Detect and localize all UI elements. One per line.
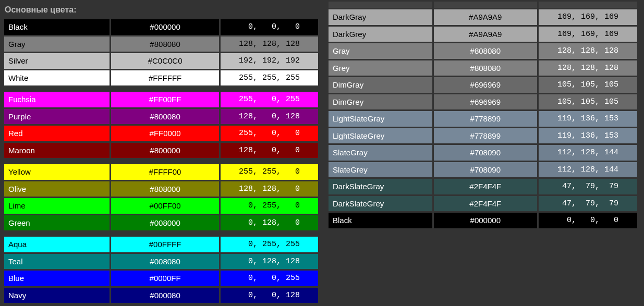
table-row: Fuchsia#FF00FF255, 0, 255	[4, 92, 318, 107]
color-rgb-cell: 0, 128, 0	[221, 215, 318, 231]
color-rgb-cell: 119, 136, 153	[539, 111, 637, 127]
color-rgb-cell: 169, 169, 169	[539, 9, 637, 25]
page-root: Основные цвета: Black#000000 0, 0, 0Gray…	[0, 0, 644, 306]
table-row: DarkGray#A9A9A9169, 169, 169	[329, 9, 637, 25]
color-hex-cell: #708090	[434, 145, 537, 161]
gray-colors-panel: DarkGray#A9A9A9169, 169, 169DarkGrey#A9A…	[327, 0, 639, 304]
color-hex-cell: #778899	[434, 111, 537, 127]
table-row: White#FFFFFF255, 255, 255	[4, 70, 318, 86]
color-rgb-cell: 255, 255, 0	[221, 164, 318, 180]
color-name-cell: Lime	[4, 198, 110, 214]
color-hex-cell: #0000FF	[111, 271, 219, 286]
color-name-cell: DimGray	[329, 77, 432, 93]
color-hex-cell: #A9A9A9	[434, 27, 537, 42]
color-rgb-cell: 128, 128, 128	[539, 43, 637, 59]
table-row: Black#000000 0, 0, 0	[4, 19, 318, 35]
color-hex-cell: #808080	[111, 36, 219, 52]
color-name-cell: DimGrey	[329, 94, 432, 110]
color-rgb-cell: 255, 0, 0	[221, 126, 318, 141]
color-hex-cell: #000000	[111, 19, 219, 35]
color-rgb-cell: 255, 0, 255	[221, 92, 318, 107]
color-rgb-cell: 0, 0, 128	[221, 288, 318, 303]
color-name-cell: LightSlateGray	[329, 111, 432, 127]
color-name-cell: DarkSlateGrey	[329, 196, 432, 212]
table-row: Olive#808000128, 128, 0	[4, 181, 318, 197]
color-hex-cell: #FFFF00	[111, 164, 219, 180]
gray-colors-table: DarkGray#A9A9A9169, 169, 169DarkGrey#A9A…	[327, 0, 639, 230]
color-hex-cell: #800080	[111, 109, 219, 125]
basic-colors-table: Black#000000 0, 0, 0Gray#808080128, 128,…	[3, 18, 320, 304]
color-hex-cell: #696969	[434, 77, 537, 93]
group-spacer	[4, 160, 318, 163]
color-name-cell: Blue	[4, 271, 110, 286]
color-rgb-cell: 0, 0, 0	[221, 19, 318, 35]
color-name-cell: Grey	[329, 60, 432, 76]
color-name-cell: Gray	[329, 43, 432, 59]
color-rgb-cell: 105, 105, 105	[539, 94, 637, 110]
color-hex-cell: #008080	[111, 254, 219, 270]
table-header-cell	[539, 2, 637, 8]
color-name-cell: Olive	[4, 181, 110, 197]
color-hex-cell: #708090	[434, 162, 537, 178]
color-rgb-cell: 128, 0, 0	[221, 143, 318, 158]
table-row: DarkSlateGrey#2F4F4F 47, 79, 79	[329, 196, 637, 212]
table-row: Navy#000080 0, 0, 128	[4, 288, 318, 303]
color-name-cell: SlateGray	[329, 145, 432, 161]
color-hex-cell: #C0C0C0	[111, 53, 219, 69]
table-header-cell	[329, 2, 432, 8]
table-row: DimGrey#696969105, 105, 105	[329, 94, 637, 110]
color-name-cell: Teal	[4, 254, 110, 270]
table-row: Aqua#00FFFF 0, 255, 255	[4, 237, 318, 252]
color-name-cell: Maroon	[4, 143, 110, 158]
table-row: Yellow#FFFF00255, 255, 0	[4, 164, 318, 180]
color-name-cell: Black	[4, 19, 110, 35]
color-hex-cell: #FF0000	[111, 126, 219, 141]
color-name-cell: DarkGrey	[329, 27, 432, 42]
color-rgb-cell: 112, 128, 144	[539, 145, 637, 161]
color-rgb-cell: 128, 128, 128	[221, 36, 318, 52]
color-rgb-cell: 0, 128, 128	[221, 254, 318, 270]
table-row: Black#000000 0, 0, 0	[329, 213, 637, 228]
table-row: Maroon#800000128, 0, 0	[4, 143, 318, 158]
table-row: Teal#008080 0, 128, 128	[4, 254, 318, 270]
color-rgb-cell: 255, 255, 255	[221, 70, 318, 86]
table-row: Blue#0000FF 0, 0, 255	[4, 271, 318, 286]
color-hex-cell: #000080	[111, 288, 219, 303]
table-row: DarkGrey#A9A9A9169, 169, 169	[329, 27, 637, 42]
color-name-cell: Black	[329, 213, 432, 228]
table-row: LightSlateGrey#778899119, 136, 153	[329, 128, 637, 144]
color-hex-cell: #00FFFF	[111, 237, 219, 252]
color-rgb-cell: 119, 136, 153	[539, 128, 637, 144]
color-rgb-cell: 0, 0, 255	[221, 271, 318, 286]
color-hex-cell: #800000	[111, 143, 219, 158]
color-rgb-cell: 128, 128, 0	[221, 181, 318, 197]
color-hex-cell: #696969	[434, 94, 537, 110]
color-hex-cell: #808080	[434, 60, 537, 76]
color-name-cell: Red	[4, 126, 110, 141]
color-rgb-cell: 169, 169, 169	[539, 27, 637, 42]
color-hex-cell: #000000	[434, 213, 537, 228]
table-row: Gray#808080128, 128, 128	[329, 43, 637, 59]
table-row: DimGray#696969105, 105, 105	[329, 77, 637, 93]
color-hex-cell: #00FF00	[111, 198, 219, 214]
table-row: Red#FF0000255, 0, 0	[4, 126, 318, 141]
color-rgb-cell: 192, 192, 192	[221, 53, 318, 69]
color-hex-cell: #FFFFFF	[111, 70, 219, 86]
color-name-cell: Fuchsia	[4, 92, 110, 107]
color-rgb-cell: 0, 255, 0	[221, 198, 318, 214]
color-hex-cell: #778899	[434, 128, 537, 144]
group-spacer	[4, 87, 318, 90]
table-row: SlateGray#708090112, 128, 144	[329, 145, 637, 161]
color-rgb-cell: 0, 255, 255	[221, 237, 318, 252]
color-name-cell: Navy	[4, 288, 110, 303]
table-row: SlateGrey#708090112, 128, 144	[329, 162, 637, 178]
table-row: Green#008000 0, 128, 0	[4, 215, 318, 231]
table-row: LightSlateGray#778899119, 136, 153	[329, 111, 637, 127]
color-hex-cell: #2F4F4F	[434, 179, 537, 194]
color-hex-cell: #808080	[434, 43, 537, 59]
color-name-cell: Aqua	[4, 237, 110, 252]
color-name-cell: SlateGrey	[329, 162, 432, 178]
group-spacer	[4, 232, 318, 235]
table-header-row	[329, 2, 637, 8]
color-rgb-cell: 47, 79, 79	[539, 196, 637, 212]
